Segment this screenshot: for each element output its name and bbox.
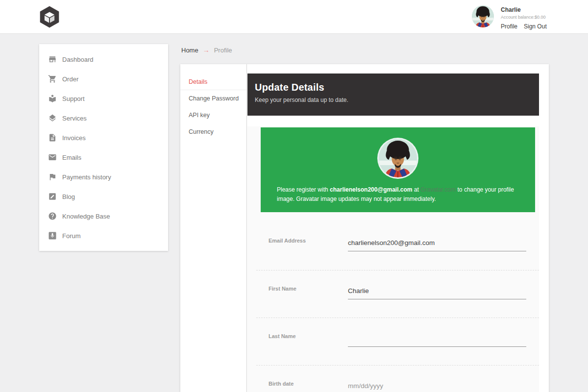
- tab-details[interactable]: Details: [180, 74, 246, 90]
- last-name-input[interactable]: [348, 335, 526, 347]
- sidebar-nav: DashboardOrderSupportServicesInvoicesEma…: [39, 44, 168, 251]
- sidebar-item-dashboard[interactable]: Dashboard: [39, 49, 168, 69]
- library-icon: [48, 94, 57, 103]
- user-box: Charlie Account balance:$0.00 Profile Si…: [472, 5, 547, 30]
- profile-link[interactable]: Profile: [501, 23, 517, 30]
- gravatar-avatar: [377, 138, 418, 179]
- breadcrumb-arrow-icon: →: [203, 46, 210, 54]
- sidebar-item-label: Order: [62, 75, 78, 83]
- form-row-first-name: First Name: [247, 270, 539, 318]
- gravatar-link[interactable]: Gravatar.com: [420, 186, 456, 193]
- user-name: Charlie: [501, 6, 547, 13]
- banner-text-part: at: [412, 186, 420, 193]
- profile-card: DetailsChange PasswordAPI keyCurrency Up…: [180, 64, 549, 392]
- sidebar-item-payments-history[interactable]: Payments history: [39, 167, 168, 187]
- store-icon: [48, 55, 57, 64]
- breadcrumb: Home → Profile: [181, 46, 232, 54]
- sidebar-item-label: Dashboard: [62, 56, 94, 63]
- breadcrumb-home[interactable]: Home: [181, 47, 198, 54]
- details-form: Email AddressFirst NameLast NameBirth da…: [247, 212, 539, 392]
- document-icon: [48, 133, 57, 142]
- flag-icon: [48, 172, 57, 181]
- field-label: Birth date: [269, 381, 294, 387]
- help-icon: [48, 212, 57, 220]
- form-row-email-address: Email Address: [247, 212, 539, 270]
- user-avatar[interactable]: [472, 5, 494, 27]
- section-title: Update Details: [255, 82, 532, 93]
- signout-link[interactable]: Sign Out: [524, 23, 547, 30]
- sidebar-item-label: Emails: [62, 154, 81, 161]
- sidebar-item-label: Support: [62, 95, 85, 102]
- sidebar-item-label: Services: [62, 115, 87, 122]
- section-header: Update Details Keep your personal data u…: [247, 74, 539, 116]
- banner-email: charlienelson200@gmail.com: [330, 186, 412, 193]
- sidebar-item-order[interactable]: Order: [39, 69, 168, 89]
- tab-change-password[interactable]: Change Password: [180, 90, 246, 107]
- sidebar-item-support[interactable]: Support: [39, 89, 168, 108]
- form-row-last-name: Last Name: [247, 318, 539, 365]
- profile-tabs: DetailsChange PasswordAPI keyCurrency: [180, 64, 247, 392]
- sidebar-item-knowledge-base[interactable]: Knowledge Base: [39, 206, 168, 226]
- envelope-icon: [48, 153, 57, 162]
- section-subtitle: Keep your personal data up to date.: [255, 97, 532, 103]
- details-content: Update Details Keep your personal data u…: [247, 64, 549, 392]
- breadcrumb-current: Profile: [214, 47, 232, 54]
- field-label: Email Address: [269, 238, 306, 244]
- hexagon-cube-logo-icon: [38, 5, 61, 28]
- email-address-input[interactable]: [348, 239, 526, 251]
- edit-square-icon: [48, 192, 57, 201]
- layers-icon: [48, 114, 57, 122]
- app-logo[interactable]: [38, 5, 61, 28]
- form-row-birth-date: Birth date: [247, 365, 539, 392]
- sidebar-item-label: Blog: [62, 193, 75, 200]
- banner-text-part: Please register with: [277, 186, 330, 193]
- gravatar-banner: Please register with charlienelson200@gm…: [261, 127, 535, 212]
- tab-currency[interactable]: Currency: [180, 123, 246, 140]
- sidebar-item-label: Forum: [62, 232, 81, 240]
- tab-api-key[interactable]: API key: [180, 107, 246, 123]
- account-balance: Account balance:$0.00: [501, 15, 547, 20]
- gravatar-banner-text: Please register with charlienelson200@gm…: [277, 185, 520, 204]
- cart-icon: [48, 74, 57, 83]
- sidebar-item-invoices[interactable]: Invoices: [39, 128, 168, 147]
- sidebar-item-label: Invoices: [62, 134, 86, 142]
- top-header: Charlie Account balance:$0.00 Profile Si…: [0, 0, 588, 34]
- sidebar-item-blog[interactable]: Blog: [39, 187, 168, 206]
- details-form-section: Please register with charlienelson200@gm…: [247, 126, 539, 392]
- sidebar-item-label: Knowledge Base: [62, 213, 110, 220]
- first-name-input[interactable]: [348, 287, 526, 299]
- sidebar-item-emails[interactable]: Emails: [39, 147, 168, 167]
- sidebar-item-forum[interactable]: Forum: [39, 226, 168, 245]
- sidebar-item-services[interactable]: Services: [39, 108, 168, 128]
- mic-box-icon: [48, 231, 57, 240]
- birth-date-input[interactable]: [348, 382, 526, 392]
- sidebar-item-label: Payments history: [62, 173, 111, 181]
- field-label: Last Name: [269, 333, 296, 339]
- field-label: First Name: [269, 286, 296, 292]
